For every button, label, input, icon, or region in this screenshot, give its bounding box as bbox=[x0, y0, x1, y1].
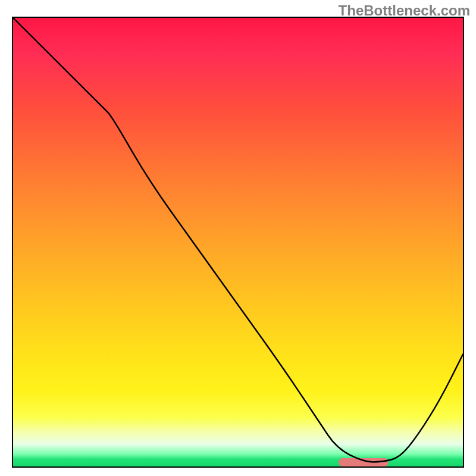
watermark-text: TheBottleneck.com bbox=[339, 2, 470, 19]
chart-container: TheBottleneck.com bbox=[0, 0, 476, 476]
bottleneck-curve bbox=[13, 18, 463, 462]
curve-svg bbox=[13, 18, 463, 466]
plot-area bbox=[12, 17, 464, 468]
